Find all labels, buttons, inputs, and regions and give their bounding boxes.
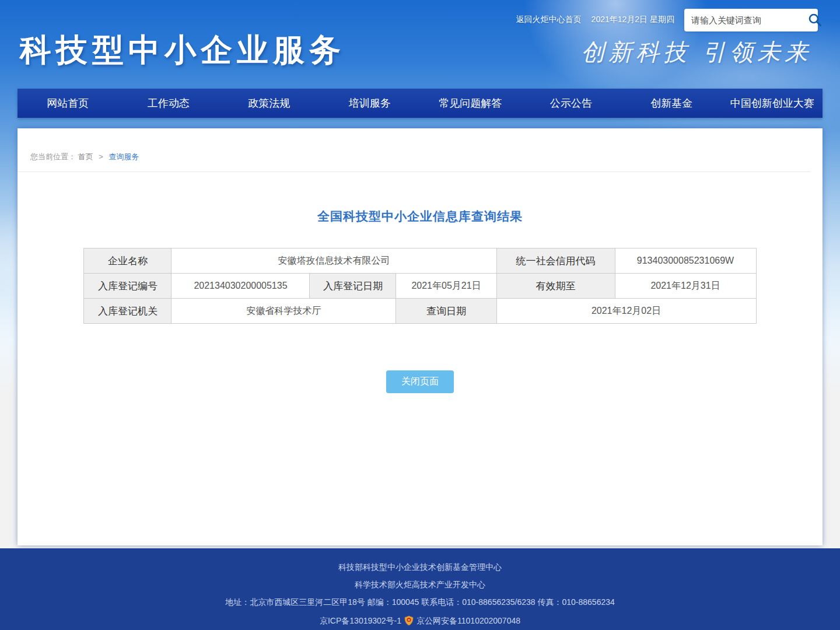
nav-item-training[interactable]: 培训服务 (320, 89, 421, 118)
nav-item-announcements[interactable]: 公示公告 (521, 89, 622, 118)
breadcrumb-home-link[interactable]: 首页 (78, 152, 93, 161)
footer-org-line-2: 科学技术部火炬高技术产业开发中心 (0, 580, 840, 589)
nav-item-work-news[interactable]: 工作动态 (118, 89, 219, 118)
query-date-value: 2021年12月02日 (496, 299, 756, 324)
query-date-label: 查询日期 (396, 299, 496, 324)
page-footer: 科技部科技型中小企业技术创新基金管理中心 科学技术部火炬高技术产业开发中心 地址… (0, 548, 840, 630)
close-page-button[interactable]: 关闭页面 (386, 370, 454, 393)
page-title: 全国科技型中小企业信息库查询结果 (18, 208, 822, 225)
breadcrumb: 您当前位置： 首页 > 查询服务 (18, 128, 811, 172)
icp-record-link[interactable]: 京ICP备13019302号-1 (320, 617, 401, 625)
site-logo-title: 科技型中小企业服务 (20, 29, 345, 72)
current-date: 2021年12月2日 星期四 (592, 15, 674, 25)
valid-until-label: 有效期至 (496, 274, 615, 299)
search-icon[interactable] (807, 12, 822, 27)
company-name-value: 安徽塔孜信息技术有限公司 (172, 249, 496, 274)
reg-date-label: 入库登记日期 (310, 274, 396, 299)
nav-item-innovation-fund[interactable]: 创新基金 (621, 89, 722, 118)
search-input[interactable] (691, 15, 807, 25)
reg-authority-value: 安徽省科学技术厅 (172, 299, 396, 324)
search-box[interactable] (684, 9, 818, 32)
reg-number-label: 入库登记编号 (84, 274, 172, 299)
table-row: 入库登记编号 202134030200005135 入库登记日期 2021年05… (84, 274, 756, 299)
credit-code-label: 统一社会信用代码 (496, 249, 615, 274)
return-torch-center-link[interactable]: 返回火炬中心首页 (516, 15, 582, 25)
footer-address-line: 地址：北京市西城区三里河二区甲18号 邮编：100045 联系电话：010-88… (0, 598, 840, 607)
nav-item-innovation-contest[interactable]: 中国创新创业大赛 (722, 89, 823, 118)
nav-item-policies[interactable]: 政策法规 (219, 89, 320, 118)
police-record-link[interactable]: 京公网安备11010202007048 (416, 617, 520, 625)
site-slogan: 创新科技 引领未来 (581, 36, 812, 68)
breadcrumb-prefix: 您当前位置： (30, 152, 76, 161)
breadcrumb-separator: > (99, 152, 103, 161)
reg-number-value: 202134030200005135 (172, 274, 310, 299)
main-navigation: 网站首页 工作动态 政策法规 培训服务 常见问题解答 公示公告 创新基金 中国创… (18, 89, 822, 118)
table-row: 企业名称 安徽塔孜信息技术有限公司 统一社会信用代码 9134030008523… (84, 249, 756, 274)
page: 返回火炬中心首页 2021年12月2日 星期四 科技型中小企业服务 创新科技 引… (0, 0, 840, 630)
company-name-label: 企业名称 (84, 249, 172, 274)
credit-code-value: 91340300085231069W (615, 249, 756, 274)
footer-org-line-1: 科技部科技型中小企业技术创新基金管理中心 (0, 563, 840, 572)
valid-until-value: 2021年12月31日 (615, 274, 756, 299)
police-badge-icon (404, 615, 414, 626)
content-card: 您当前位置： 首页 > 查询服务 全国科技型中小企业信息库查询结果 企业名称 安… (18, 128, 822, 545)
breadcrumb-current-link[interactable]: 查询服务 (108, 152, 139, 161)
query-result-table: 企业名称 安徽塔孜信息技术有限公司 统一社会信用代码 9134030008523… (83, 248, 756, 324)
top-utility-bar: 返回火炬中心首页 2021年12月2日 星期四 (516, 8, 818, 32)
nav-item-faq[interactable]: 常见问题解答 (420, 89, 521, 118)
reg-date-value: 2021年05月21日 (396, 274, 496, 299)
reg-authority-label: 入库登记机关 (84, 299, 172, 324)
nav-item-home[interactable]: 网站首页 (18, 89, 118, 118)
table-row: 入库登记机关 安徽省科学技术厅 查询日期 2021年12月02日 (84, 299, 756, 324)
footer-record-line: 京ICP备13019302号-1 京公网安备11010202007048 (0, 615, 840, 626)
